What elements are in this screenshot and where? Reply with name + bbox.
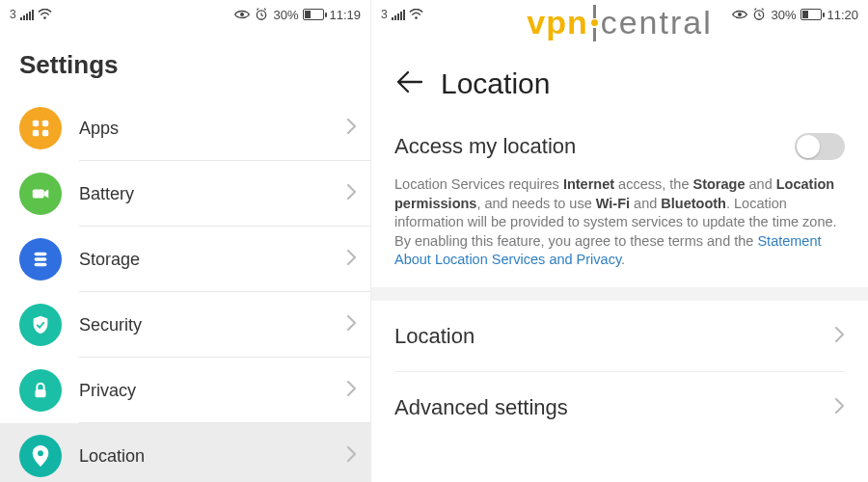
chevron-right-icon — [346, 118, 357, 139]
status-bar-right: 3 30% 11:20 — [371, 0, 868, 29]
settings-row-label: Apps — [79, 119, 346, 139]
settings-row-label: Security — [79, 315, 346, 335]
battery-pct: 30% — [273, 8, 298, 22]
carrier-label: 3 — [381, 8, 388, 21]
svg-rect-9 — [35, 257, 47, 261]
chevron-right-icon — [346, 380, 357, 401]
clock: 11:19 — [329, 8, 361, 22]
grid-icon — [19, 107, 62, 149]
signal-icon — [20, 9, 34, 20]
settings-pane: 3 30% 11:19 Settings AppsBatteryStorageS… — [0, 0, 371, 482]
wifi-icon — [409, 9, 423, 20]
svg-rect-7 — [33, 189, 44, 198]
eye-icon — [234, 9, 250, 20]
carrier-label: 3 — [10, 8, 16, 21]
chevron-right-icon — [346, 183, 357, 204]
alarm-icon — [255, 8, 268, 21]
svg-rect-5 — [33, 130, 39, 136]
chevron-right-icon — [834, 397, 845, 418]
settings-row-label: Storage — [79, 250, 346, 270]
row-label: Advanced settings — [394, 395, 834, 420]
svg-rect-4 — [42, 120, 48, 126]
svg-rect-6 — [42, 130, 48, 136]
settings-row-apps[interactable]: Apps — [0, 95, 370, 161]
location-header: Location — [371, 29, 868, 118]
chevron-right-icon — [346, 445, 357, 467]
location-pane: vpn central 3 30% 11:20 Location — [371, 0, 868, 482]
section-divider — [371, 287, 868, 301]
chevron-right-icon — [346, 314, 357, 335]
shield-icon — [19, 304, 62, 346]
settings-row-privacy[interactable]: Privacy — [0, 358, 370, 423]
signal-icon — [392, 9, 405, 20]
svg-rect-11 — [36, 389, 46, 397]
battery-icon — [303, 9, 324, 20]
settings-row-security[interactable]: Security — [0, 292, 370, 358]
location-title: Location — [441, 67, 550, 100]
row-label: Location — [394, 324, 834, 349]
svg-rect-10 — [35, 263, 47, 267]
clock: 11:20 — [827, 8, 858, 22]
access-location-row: Access my location — [394, 118, 845, 160]
chevron-right-icon — [346, 249, 357, 270]
svg-point-12 — [38, 450, 43, 456]
page-title: Settings — [0, 29, 370, 95]
battery-icon — [800, 9, 822, 20]
settings-row-label: Location — [79, 446, 346, 467]
location-subrow-location[interactable]: Location — [371, 301, 868, 372]
video-icon — [19, 173, 62, 215]
svg-point-13 — [415, 16, 418, 19]
svg-rect-8 — [35, 253, 47, 256]
svg-rect-3 — [33, 120, 39, 126]
svg-point-0 — [43, 16, 46, 19]
access-location-toggle[interactable] — [795, 133, 845, 160]
settings-row-battery[interactable]: Battery — [0, 161, 370, 227]
settings-row-label: Privacy — [79, 381, 346, 401]
settings-row-label: Battery — [79, 184, 346, 204]
access-location-label: Access my location — [394, 134, 795, 159]
wifi-icon — [38, 9, 52, 20]
location-services-description: Location Services requires Internet acce… — [394, 160, 845, 287]
status-bar-left: 3 30% 11:19 — [0, 0, 370, 29]
svg-point-14 — [738, 13, 742, 16]
alarm-icon — [752, 8, 766, 21]
eye-icon — [732, 9, 747, 20]
location-subrow-advanced-settings[interactable]: Advanced settings — [371, 372, 868, 443]
settings-list: AppsBatteryStorageSecurityPrivacyLocatio… — [0, 95, 370, 482]
pin-icon — [19, 435, 62, 477]
svg-point-1 — [240, 13, 244, 16]
stack-icon — [19, 238, 62, 281]
settings-row-location[interactable]: Location — [0, 423, 370, 482]
settings-row-storage[interactable]: Storage — [0, 227, 370, 292]
back-button[interactable] — [394, 69, 423, 98]
lock-icon — [19, 369, 62, 412]
chevron-right-icon — [834, 326, 845, 347]
battery-pct: 30% — [771, 8, 796, 22]
